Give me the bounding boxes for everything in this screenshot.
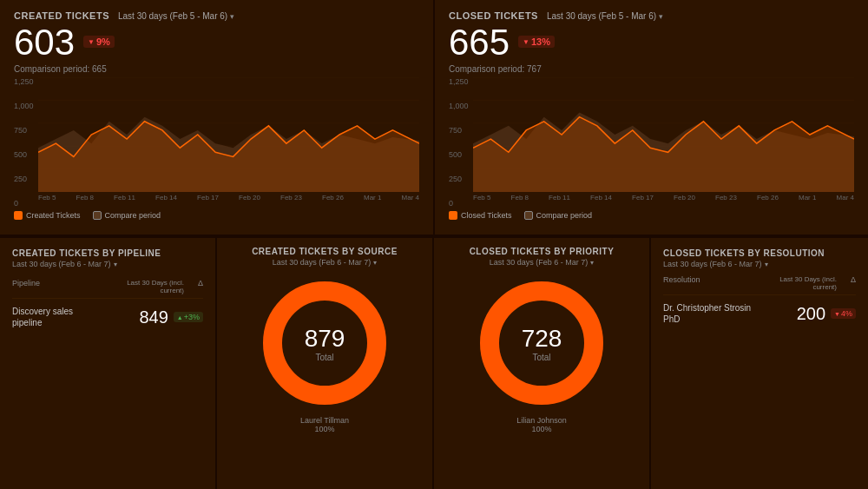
legend-created-box [14,211,23,220]
closed-by-priority-donut: 728 Total [472,274,611,413]
bottom-section: CREATED TICKETS BY PIPELINE Last 30 days… [0,236,868,489]
closed-tickets-x-labels: Feb 5 Feb 8 Feb 11 Feb 14 Feb 17 Feb 20 … [473,194,854,208]
created-by-source-footer-pct: 100% [314,425,334,433]
legend-compare-created: Compare period [93,211,161,220]
created-tickets-legend: Created Tickets Compare period [14,211,419,220]
created-by-source-card: CREATED TICKETS BY SOURCE Last 30 days (… [217,238,434,489]
closed-tickets-y-labels: 1,250 1,000 750 500 250 0 [449,77,473,208]
created-tickets-y-labels: 1,250 1,000 750 500 250 0 [14,77,38,208]
pipeline-row: Discovery sales pipeline 849 +3% [12,306,203,328]
resolution-row-right: 200 4% [797,304,856,324]
resolution-title: CLOSED TICKETS BY RESOLUTION [663,248,856,258]
created-tickets-chart: 1,250 1,000 750 500 250 0 [14,77,419,208]
closed-tickets-card: CLOSED TICKETS Last 30 days (Feb 5 - Mar… [435,0,868,235]
closed-tickets-header: CLOSED TICKETS Last 30 days (Feb 5 - Mar… [449,10,854,21]
closed-by-priority-footer-name: Lilian Johnson [516,416,567,425]
resolution-col-days: Last 30 Days (incl. current) [776,275,837,291]
legend-closed-label: Closed Tickets [461,211,512,220]
pipeline-table-header: Pipeline Last 30 Days (incl. current) Δ [12,279,203,299]
pipeline-col-days: Last 30 Days (incl. current) [123,279,184,294]
closed-tickets-comparison: Comparison period: 767 [449,64,854,74]
legend-created-label: Created Tickets [26,211,81,220]
resolution-row-value: 200 [797,304,825,324]
legend-compare-closed-box [524,211,533,220]
pipeline-card: CREATED TICKETS BY PIPELINE Last 30 days… [0,238,217,489]
created-tickets-change: 9% [83,36,115,48]
created-tickets-value-row: 603 9% [14,21,419,63]
closed-by-priority-title: CLOSED TICKETS BY PRIORITY [441,247,642,256]
closed-tickets-value-row: 665 13% [449,21,854,63]
pipeline-title: CREATED TICKETS BY PIPELINE [12,248,203,258]
legend-closed-box [449,211,457,220]
resolution-date[interactable]: Last 30 days (Feb 6 - Mar 7) [663,260,856,268]
created-tickets-card: CREATED TICKETS Last 30 days (Feb 5 - Ma… [0,0,433,235]
legend-compare-closed: Compare period [524,211,593,220]
resolution-col-delta: Δ [851,275,856,291]
created-by-source-label: Total [305,353,345,362]
created-by-source-date[interactable]: Last 30 days (Feb 6 - Mar 7) [224,258,425,267]
created-tickets-comparison: Comparison period: 665 [14,64,419,74]
created-tickets-header: CREATED TICKETS Last 30 days (Feb 5 - Ma… [14,10,419,21]
resolution-card: CLOSED TICKETS BY RESOLUTION Last 30 day… [651,238,868,489]
created-tickets-date-range[interactable]: Last 30 days (Feb 5 - Mar 6) [118,11,234,21]
created-by-source-total: 879 [305,325,345,353]
resolution-table-header: Resolution Last 30 Days (incl. current) … [663,275,856,295]
created-by-source-center: 879 Total [305,325,345,362]
closed-tickets-date-range[interactable]: Last 30 days (Feb 5 - Mar 6) [547,11,663,21]
legend-closed: Closed Tickets [449,211,512,220]
resolution-row-change: 4% [831,308,856,319]
legend-created: Created Tickets [14,211,81,220]
closed-by-priority-total: 728 [522,325,562,353]
created-tickets-svg-wrap [38,77,419,192]
closed-tickets-chart: 1,250 1,000 750 500 250 0 [449,77,854,208]
pipeline-row-name: Discovery sales pipeline [12,306,99,328]
pipeline-row-value: 849 [139,307,168,327]
closed-by-priority-center: 728 Total [522,325,562,362]
closed-tickets-legend: Closed Tickets Compare period [449,211,854,220]
created-by-source-title: CREATED TICKETS BY SOURCE [224,247,425,256]
created-by-source-footer-name: Laurel Tillman [300,416,349,425]
closed-tickets-svg-wrap [473,77,854,192]
resolution-row: Dr. Christopher Strosin PhD 200 4% [663,302,856,325]
created-tickets-title: CREATED TICKETS [14,10,109,21]
closed-tickets-title: CLOSED TICKETS [449,10,538,21]
closed-tickets-change: 13% [518,36,555,48]
pipeline-date[interactable]: Last 30 days (Feb 6 - Mar 7) [12,260,203,268]
created-by-source-footer: Laurel Tillman 100% [300,416,349,433]
pipeline-row-change: +3% [174,312,203,322]
legend-compare-label: Compare period [105,211,161,220]
created-tickets-x-labels: Feb 5 Feb 8 Feb 11 Feb 14 Feb 17 Feb 20 … [38,194,419,208]
legend-compare-box [93,211,102,220]
created-by-source-donut: 879 Total [255,274,394,413]
closed-by-priority-footer: Lilian Johnson 100% [516,416,567,433]
closed-tickets-value: 665 [449,23,510,63]
pipeline-row-right: 849 +3% [139,307,203,327]
resolution-col-resolution: Resolution [663,275,700,291]
resolution-row-name: Dr. Christopher Strosin PhD [663,302,759,325]
closed-by-priority-label: Total [522,353,562,362]
closed-by-priority-card: CLOSED TICKETS BY PRIORITY Last 30 days … [434,238,651,489]
pipeline-col-pipeline: Pipeline [12,279,40,294]
pipeline-col-delta: Δ [198,279,203,294]
closed-by-priority-date[interactable]: Last 30 days (Feb 6 - Mar 7) [441,258,642,267]
closed-by-priority-footer-pct: 100% [531,425,551,433]
legend-compare-closed-label: Compare period [536,211,593,220]
created-tickets-value: 603 [14,23,75,63]
dashboard: CREATED TICKETS Last 30 days (Feb 5 - Ma… [0,0,868,489]
